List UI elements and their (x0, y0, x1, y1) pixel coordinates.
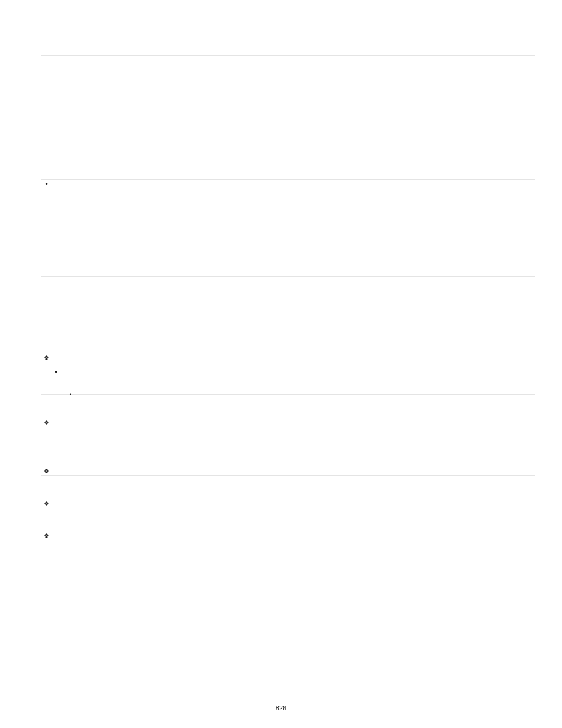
section: • (41, 179, 535, 200)
bullet-item: ❖ (41, 532, 535, 540)
section (41, 276, 535, 330)
bullet-item: ❖ (41, 499, 535, 508)
section (41, 200, 535, 276)
section: ❖ (41, 475, 535, 508)
bullet-item: • (41, 180, 535, 188)
bullet-item: ❖ (41, 419, 535, 427)
bullet-item: ❖ (41, 467, 535, 475)
document-page: • ❖ • • ❖ ❖ ❖ ❖ (0, 0, 562, 548)
section: ❖ (41, 394, 535, 443)
sub-bullet-item: • (52, 369, 535, 375)
bullet-dot-icon: • (66, 391, 74, 397)
bullet-item: ❖ (41, 354, 535, 362)
diamond-bullet-icon: ❖ (41, 354, 52, 362)
section: ❖ (41, 443, 535, 475)
diamond-bullet-icon: ❖ (41, 467, 52, 475)
diamond-bullet-icon: ❖ (41, 532, 52, 540)
section: ❖ • • (41, 330, 535, 394)
section (41, 41, 535, 55)
diamond-bullet-icon: ❖ (41, 419, 52, 427)
section (41, 55, 535, 179)
section: ❖ (41, 508, 535, 548)
bullet-dot-icon: • (52, 369, 60, 375)
page-number: 826 (0, 704, 562, 711)
diamond-bullet-icon: ❖ (41, 499, 52, 508)
bullet-dot-icon: • (41, 180, 52, 188)
